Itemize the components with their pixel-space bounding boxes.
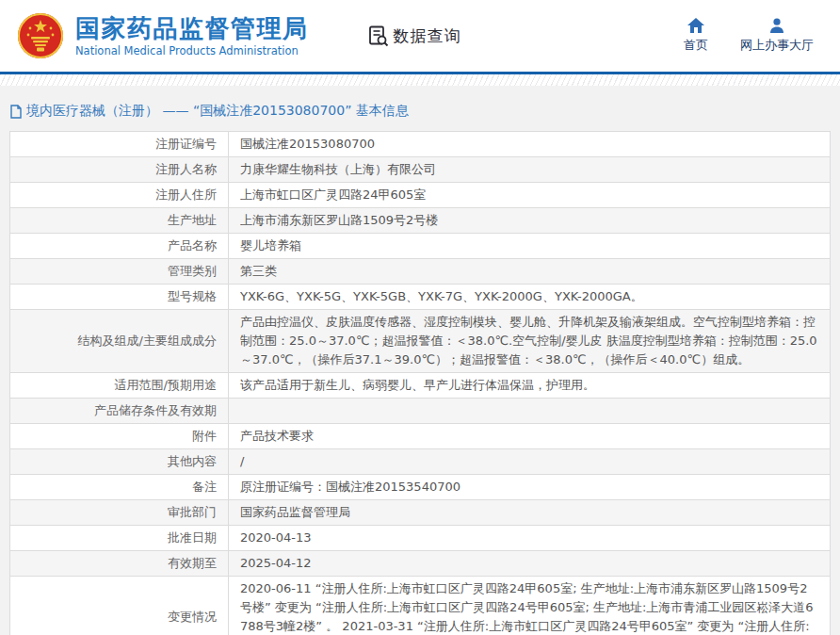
table-row: 注册人名称力康华耀生物科技（上海）有限公司 — [10, 157, 831, 183]
registration-info-table: 注册证编号国械注准20153080700注册人名称力康华耀生物科技（上海）有限公… — [9, 131, 831, 635]
row-label: 附件 — [10, 424, 229, 449]
registration-table-body: 注册证编号国械注准20153080700注册人名称力康华耀生物科技（上海）有限公… — [10, 132, 831, 635]
table-row: 审批部门国家药品监督管理局 — [10, 500, 831, 526]
data-query-icon — [367, 24, 390, 47]
table-row: 变更情况2020-06-11 “注册人住所:上海市虹口区广灵四路24甲605室;… — [10, 577, 831, 635]
table-row: 生产地址上海市浦东新区罗山路1509号2号楼 — [10, 208, 831, 234]
table-row: 其他内容/ — [10, 449, 831, 475]
row-value: 第三类 — [229, 259, 831, 285]
breadcrumb-text: 境内医疗器械（注册） —— “国械注准20153080700” 基本信息 — [26, 103, 409, 120]
row-value: / — [229, 449, 831, 475]
nav-online-hall-label: 网上办事大厅 — [740, 37, 814, 54]
row-value: 上海市浦东新区罗山路1509号2号楼 — [229, 208, 831, 234]
brand: 国家药品监督管理局 National Medical Products Admi… — [17, 12, 309, 59]
row-value: 原注册证编号：国械注准20153540700 — [229, 475, 831, 500]
site-title: 国家药品监督管理局 — [75, 14, 309, 42]
row-label: 变更情况 — [10, 577, 229, 635]
nav-home[interactable]: 首页 — [684, 18, 708, 54]
row-value: 2020-06-11 “注册人住所:上海市虹口区广灵四路24甲605室; 生产地… — [229, 577, 831, 635]
row-label: 生产地址 — [10, 208, 229, 234]
row-value: 2025-04-12 — [229, 551, 831, 577]
row-value: 2020-04-13 — [229, 526, 831, 551]
row-label: 产品储存条件及有效期 — [10, 399, 229, 424]
row-value — [229, 399, 831, 424]
row-label: 管理类别 — [10, 259, 229, 285]
row-label: 批准日期 — [10, 526, 229, 551]
table-row: 适用范围/预期用途该产品适用于新生儿、病弱婴儿、早产儿进行体温保温，护理用。 — [10, 373, 831, 399]
site-header: 国家药品监督管理局 National Medical Products Admi… — [0, 0, 840, 72]
table-row: 备注原注册证编号：国械注准20153540700 — [10, 475, 831, 500]
row-value: 国家药品监督管理局 — [229, 500, 831, 526]
main-content: 境内医疗器械（注册） —— “国械注准20153080700” 基本信息 注册证… — [0, 86, 840, 635]
home-icon — [687, 18, 704, 33]
table-row: 批准日期2020-04-13 — [10, 526, 831, 551]
row-label: 其他内容 — [10, 449, 229, 475]
breadcrumb: 境内医疗器械（注册） —— “国械注准20153080700” 基本信息 — [9, 95, 831, 131]
table-row: 产品名称婴儿培养箱 — [10, 234, 831, 259]
row-value: 国械注准20153080700 — [229, 132, 831, 157]
table-row: 型号规格YXK-6G、YXK-5G、YXK-5GB、YXK-7G、YXK-200… — [10, 285, 831, 310]
table-row: 注册人住所上海市虹口区广灵四路24甲605室 — [10, 183, 831, 208]
row-label: 适用范围/预期用途 — [10, 373, 229, 399]
hatched-strip — [0, 74, 840, 86]
data-query-section: 数据查询 — [367, 24, 461, 47]
national-emblem-logo — [17, 12, 64, 59]
table-row: 有效期至2025-04-12 — [10, 551, 831, 577]
site-subtitle: National Medical Products Administration — [75, 44, 309, 57]
row-label: 注册人名称 — [10, 157, 229, 183]
table-row: 注册证编号国械注准20153080700 — [10, 132, 831, 157]
data-query-label: 数据查询 — [394, 25, 461, 47]
row-label: 注册人住所 — [10, 183, 229, 208]
table-row: 产品储存条件及有效期 — [10, 399, 831, 424]
row-label: 产品名称 — [10, 234, 229, 259]
row-value: 上海市虹口区广灵四路24甲605室 — [229, 183, 831, 208]
row-label: 型号规格 — [10, 285, 229, 310]
row-value: 产品技术要求 — [229, 424, 831, 449]
user-icon — [769, 18, 784, 33]
nav-online-hall[interactable]: 网上办事大厅 — [740, 18, 814, 54]
row-value: YXK-6G、YXK-5G、YXK-5GB、YXK-7G、YXK-2000G、Y… — [229, 285, 831, 310]
row-label: 有效期至 — [10, 551, 229, 577]
nav-home-label: 首页 — [684, 37, 708, 54]
row-label: 审批部门 — [10, 500, 229, 526]
document-icon — [9, 105, 23, 119]
table-row: 结构及组成/主要组成成分产品由控温仪、皮肤温度传感器、湿度控制模块、婴儿舱、升降… — [10, 310, 831, 373]
table-row: 管理类别第三类 — [10, 259, 831, 285]
row-label: 结构及组成/主要组成成分 — [10, 310, 229, 373]
row-label: 备注 — [10, 475, 229, 500]
header-nav: 首页 网上办事大厅 — [684, 18, 814, 54]
row-value: 力康华耀生物科技（上海）有限公司 — [229, 157, 831, 183]
row-value: 婴儿培养箱 — [229, 234, 831, 259]
row-label: 注册证编号 — [10, 132, 229, 157]
table-row: 附件产品技术要求 — [10, 424, 831, 449]
row-value: 该产品适用于新生儿、病弱婴儿、早产儿进行体温保温，护理用。 — [229, 373, 831, 399]
row-value: 产品由控温仪、皮肤温度传感器、湿度控制模块、婴儿舱、升降机架及输液架组成。空气控… — [229, 310, 831, 373]
